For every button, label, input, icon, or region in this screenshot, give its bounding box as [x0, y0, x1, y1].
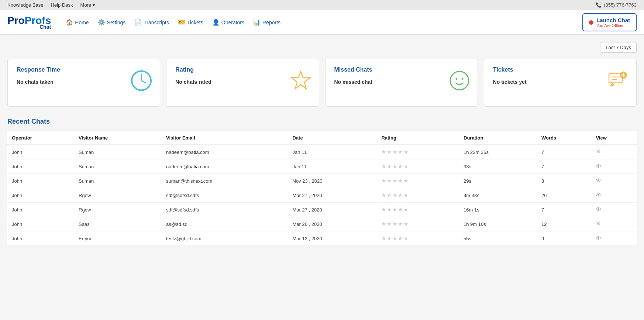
cell-date: Mar 26 , 2020: [288, 217, 377, 231]
cell-words: 26: [537, 188, 591, 203]
cell-rating: ★★★★★: [377, 203, 459, 217]
svg-line-2: [141, 81, 146, 83]
logo-chat: Chat: [7, 24, 51, 30]
cell-words: 7: [537, 203, 591, 217]
table-header-row: Operator Visitor Name Visitor Email Date…: [7, 131, 637, 145]
cell-view[interactable]: 👁: [591, 217, 637, 231]
offline-dot: [589, 20, 593, 25]
view-icon[interactable]: 👁: [596, 235, 602, 241]
cell-view[interactable]: 👁: [591, 203, 637, 217]
top-bar: Knowledge Base Help Desk More ▾ 📞 (855) …: [0, 0, 644, 10]
logo: ProProfs Chat: [7, 16, 51, 30]
cell-operator: John: [7, 145, 74, 159]
cell-duration: 33s: [459, 159, 537, 174]
launch-chat-button[interactable]: Launch Chat You Are Offline: [582, 13, 637, 31]
cell-date: Mar 12 , 2020: [288, 231, 377, 246]
cell-visitor-name: Rgew: [74, 188, 162, 203]
cell-rating: ★★★★★: [377, 217, 459, 231]
view-icon[interactable]: 👁: [596, 178, 602, 184]
col-visitor-email: Visitor Email: [162, 131, 288, 145]
nav-settings[interactable]: ⚙️ Settings: [94, 17, 130, 28]
cell-operator: John: [7, 188, 74, 203]
settings-icon: ⚙️: [98, 19, 105, 26]
launch-chat-label: Launch Chat: [596, 17, 630, 23]
top-bar-links: Knowledge Base Help Desk More ▾: [7, 2, 95, 8]
main-nav: 🏠 Home ⚙️ Settings 📄 Transcripts 🎫 Ticke…: [62, 17, 575, 28]
star-icon: [290, 70, 311, 96]
nav-operators[interactable]: 👤 Operators: [209, 17, 248, 28]
date-filter-row: Last 7 Days: [7, 42, 637, 53]
cell-visitor-email: as@sd.sd: [162, 217, 288, 231]
view-icon[interactable]: 👁: [596, 192, 602, 198]
cell-visitor-name: Suman: [74, 174, 162, 188]
cell-operator: John: [7, 231, 74, 246]
cell-visitor-email: suman@thisnext.com: [162, 174, 288, 188]
cell-visitor-name: Saas: [74, 217, 162, 231]
stats-row: Response Time No chats taken Rating No c…: [7, 59, 637, 107]
date-filter-button[interactable]: Last 7 Days: [600, 42, 637, 53]
cell-view[interactable]: 👁: [591, 231, 637, 246]
knowledge-base-link[interactable]: Knowledge Base: [7, 2, 44, 8]
svg-marker-10: [610, 83, 615, 87]
missed-chats-card: Missed Chats No missed chat: [325, 59, 478, 107]
cell-date: Nov 23 , 2020: [288, 174, 377, 188]
tickets-icon: 🎫: [178, 19, 185, 26]
cell-words: 8: [537, 174, 591, 188]
cell-visitor-email: testz@ghjkl.com: [162, 231, 288, 246]
cell-duration: 9m 38s: [459, 188, 537, 203]
cell-view[interactable]: 👁: [591, 145, 637, 159]
view-icon[interactable]: 👁: [596, 221, 602, 227]
table-row: John Suman suman@thisnext.com Nov 23 , 2…: [7, 174, 637, 188]
nav-home[interactable]: 🏠 Home: [62, 17, 92, 28]
view-icon[interactable]: 👁: [596, 206, 602, 213]
cell-words: 12: [537, 217, 591, 231]
cell-words: 7: [537, 159, 591, 174]
phone-number: 📞 (855) 776-7763: [596, 2, 637, 8]
cell-view[interactable]: 👁: [591, 174, 637, 188]
recent-chats-table: Operator Visitor Name Visitor Email Date…: [7, 131, 637, 246]
col-visitor-name: Visitor Name: [74, 131, 162, 145]
view-icon[interactable]: 👁: [596, 163, 602, 169]
cell-visitor-email: sdf@sdfsd.sdfs: [162, 188, 288, 203]
help-desk-link[interactable]: Help Desk: [51, 2, 73, 8]
transcripts-icon: 📄: [134, 19, 142, 26]
cell-view[interactable]: 👁: [591, 159, 637, 174]
cell-date: Mar 27 , 2020: [288, 188, 377, 203]
phone-icon: 📞: [596, 2, 602, 8]
cell-duration: 1h 22m 36s: [459, 145, 537, 159]
cell-duration: 29s: [459, 174, 537, 188]
table-row: John Rgew sdf@sdfsd.sdfs Mar 27 , 2020 ★…: [7, 203, 637, 217]
cell-rating: ★★★★★: [377, 159, 459, 174]
col-view: View: [591, 131, 637, 145]
smiley-icon: [449, 70, 470, 96]
launch-chat-status: You Are Offline: [596, 23, 630, 28]
svg-marker-3: [292, 72, 310, 89]
cell-duration: 16m 1s: [459, 203, 537, 217]
cell-words: 7: [537, 145, 591, 159]
clock-icon: [130, 70, 152, 96]
view-icon[interactable]: 👁: [596, 149, 602, 155]
recent-chats-section: Recent Chats Operator Visitor Name Visit…: [7, 118, 637, 246]
ticket-chat-icon: [607, 70, 629, 96]
table-row: John Suman nadeem@batia.com Jan 11 ★★★★★…: [7, 159, 637, 174]
col-rating: Rating: [377, 131, 459, 145]
cell-rating: ★★★★★: [377, 188, 459, 203]
table-row: John Saas as@sd.sd Mar 26 , 2020 ★★★★★ 1…: [7, 217, 637, 231]
col-duration: Duration: [459, 131, 537, 145]
nav-tickets[interactable]: 🎫 Tickets: [174, 17, 207, 28]
table-row: John Rgew sdf@sdfsd.sdfs Mar 27 , 2020 ★…: [7, 188, 637, 203]
svg-point-5: [455, 78, 457, 80]
table-row: John Ertyui testz@ghjkl.com Mar 12 , 202…: [7, 231, 637, 246]
nav-reports[interactable]: 📊 Reports: [249, 17, 284, 28]
more-link[interactable]: More ▾: [80, 2, 95, 8]
tickets-card: Tickets No tickets yet: [484, 59, 637, 107]
response-time-card: Response Time No chats taken: [7, 59, 160, 107]
cell-view[interactable]: 👁: [591, 188, 637, 203]
home-icon: 🏠: [66, 19, 73, 26]
cell-operator: John: [7, 174, 74, 188]
svg-point-6: [461, 78, 463, 80]
table-row: John Suman nadeem@batia.com Jan 11 ★★★★★…: [7, 145, 637, 159]
rating-card: Rating No chats rated: [166, 59, 319, 107]
nav-transcripts[interactable]: 📄 Transcripts: [131, 17, 173, 28]
header: ProProfs Chat 🏠 Home ⚙️ Settings 📄 Trans…: [0, 10, 644, 35]
